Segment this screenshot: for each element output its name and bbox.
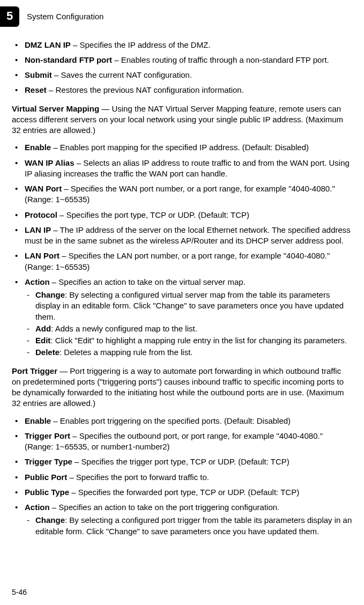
list-item: Edit: Click "Edit" to highlight a mappin… — [25, 335, 352, 346]
term-label: Add — [35, 324, 51, 333]
term-label: Enable — [25, 416, 51, 425]
list-item: WAN IP Alias – Selects an alias IP addre… — [12, 158, 352, 180]
list-item: Trigger Port – Specifies the outbound po… — [12, 431, 352, 453]
vsm-list: Enable – Enables port mapping for the sp… — [12, 142, 352, 358]
term-text: – Specifies an action to take on the por… — [50, 503, 280, 512]
term-label: DMZ LAN IP — [25, 40, 71, 49]
page-number: 5-46 — [12, 587, 27, 597]
term-label: Public Port — [25, 473, 67, 482]
term-text: – Enables port mapping for the specified… — [51, 143, 309, 152]
list-item: Action – Specifies an action to take on … — [12, 502, 352, 537]
term-text: – Specifies an action to take on the vir… — [50, 277, 246, 286]
list-item: Enable – Enables port mapping for the sp… — [12, 142, 352, 153]
section-text: — Port triggering is a way to automate p… — [12, 366, 344, 408]
term-label: Enable — [25, 143, 51, 152]
term-label: Public Type — [25, 488, 69, 497]
intro-list: DMZ LAN IP – Specifies the IP address of… — [12, 40, 352, 96]
port-trigger-heading: Port Trigger — Port triggering is a way … — [12, 366, 352, 409]
term-label: Trigger Type — [25, 457, 72, 466]
term-label: Non-standard FTP port — [25, 55, 112, 64]
term-label: LAN Port — [25, 251, 60, 260]
list-item: Non-standard FTP port – Enables routing … — [12, 55, 352, 65]
section-label: Port Trigger — [12, 366, 57, 375]
pt-action-sublist: Change: By selecting a configured port t… — [25, 515, 352, 537]
vsm-action-sublist: Change: By selecting a configured virtua… — [25, 290, 352, 358]
term-text: – Specifies the IP address of the DMZ. — [71, 40, 211, 49]
term-label: Protocol — [25, 210, 57, 219]
term-text: – Enables routing of traffic through a n… — [112, 55, 329, 64]
list-item: Change: By selecting a configured port t… — [25, 515, 352, 537]
section-label: Virtual Server Mapping — [12, 104, 99, 113]
list-item: Reset – Restores the previous NAT config… — [12, 85, 352, 95]
term-label: Submit — [25, 70, 52, 79]
term-label: LAN IP — [25, 225, 51, 234]
term-label: Trigger Port — [25, 431, 70, 440]
list-item: Public Type – Specifies the forwarded po… — [12, 487, 352, 498]
term-label: WAN Port — [25, 184, 62, 193]
term-text: – Specifies the port to forward traffic … — [67, 473, 209, 482]
term-label: Reset — [25, 85, 47, 94]
term-label: Change — [35, 290, 65, 299]
term-text: – Restores the previous NAT configuratio… — [47, 85, 244, 94]
list-item: Add: Adds a newly configured map to the … — [25, 323, 352, 334]
term-label: Change — [35, 515, 65, 525]
chapter-number-tab: 5 — [0, 6, 19, 27]
virtual-server-mapping-heading: Virtual Server Mapping — Using the NAT V… — [12, 104, 352, 136]
list-item: Public Port – Specifies the port to forw… — [12, 472, 352, 483]
term-label: Edit — [35, 336, 50, 345]
list-item: Trigger Type – Specifies the trigger por… — [12, 456, 352, 467]
list-item: Submit – Saves the current NAT configura… — [12, 70, 352, 80]
list-item: WAN Port – Specifies the WAN port number… — [12, 183, 352, 205]
list-item: Enable – Enables port triggering on the … — [12, 416, 352, 426]
term-text: – Specifies the trigger port type, TCP o… — [72, 457, 289, 466]
term-text: – Saves the current NAT configuration. — [52, 70, 192, 79]
term-label: Action — [25, 277, 50, 286]
term-text: : Deletes a mapping rule from the list. — [60, 348, 192, 357]
term-text: – Specifies the forwarded port type, TCP… — [69, 488, 299, 497]
term-text: : Click "Edit" to highlight a mapping ru… — [50, 336, 347, 345]
term-text: : By selecting a configured port trigger… — [35, 515, 352, 535]
list-item: LAN IP – The IP address of the server on… — [12, 225, 352, 247]
pt-list: Enable – Enables port triggering on the … — [12, 416, 352, 537]
list-item: Change: By selecting a configured virtua… — [25, 290, 352, 322]
term-label: Delete — [35, 348, 60, 357]
term-text: – Specifies the port type, TCP or UDP. (… — [57, 210, 249, 219]
page-content: DMZ LAN IP – Specifies the IP address of… — [0, 40, 364, 537]
list-item: Protocol – Specifies the port type, TCP … — [12, 210, 352, 220]
section-title: System Configuration — [27, 11, 103, 22]
term-text: – The IP address of the server on the lo… — [25, 225, 351, 245]
term-label: WAN IP Alias — [25, 158, 75, 167]
term-text: – Enables port triggering on the specifi… — [51, 416, 291, 425]
term-text: : Adds a newly configured map to the lis… — [51, 324, 197, 333]
term-text: – Specifies the WAN port number, or a po… — [25, 184, 335, 204]
page-header: 5 System Configuration — [0, 0, 364, 31]
term-label: Action — [25, 503, 50, 512]
list-item: Delete: Deletes a mapping rule from the … — [25, 347, 352, 358]
term-text: : By selecting a configured virtual serv… — [35, 290, 344, 321]
list-item: DMZ LAN IP – Specifies the IP address of… — [12, 40, 352, 50]
list-item: LAN Port – Specifies the LAN port number… — [12, 250, 352, 272]
term-text: – Specifies the LAN port number, or a po… — [25, 251, 330, 271]
list-item: Action – Specifies an action to take on … — [12, 277, 352, 358]
